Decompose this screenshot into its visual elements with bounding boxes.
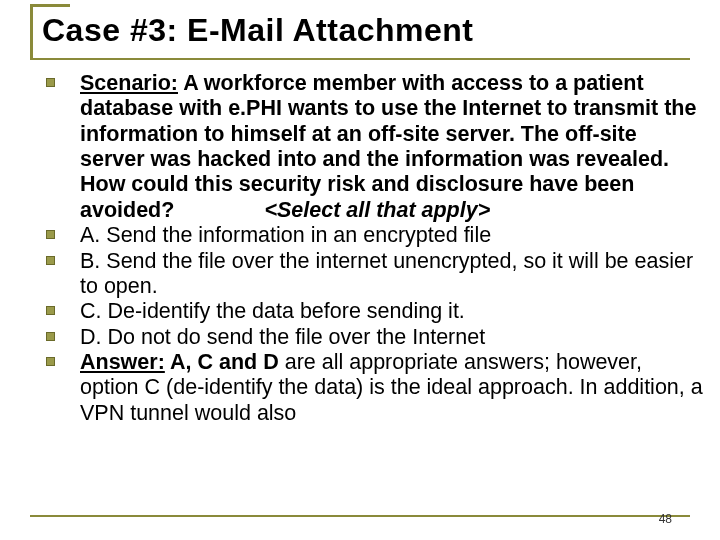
- bullet-icon: [46, 223, 80, 248]
- list-item: C. De-identify the data before sending i…: [46, 299, 706, 324]
- list-item: A. Send the information in an encrypted …: [46, 223, 706, 248]
- accent-rule-under-title: [30, 58, 690, 60]
- select-hint: <Select all that apply>: [174, 198, 490, 222]
- bullet-icon: [46, 325, 80, 350]
- slide-title: Case #3: E-Mail Attachment: [0, 0, 720, 55]
- bullet-icon: [46, 71, 80, 223]
- list-item: Scenario: A workforce member with access…: [46, 71, 706, 223]
- answer-text: Answer: A, C and D are all appropriate a…: [80, 350, 706, 426]
- answer-lead: Answer:: [80, 350, 165, 374]
- bullet-icon: [46, 249, 80, 300]
- list-item: D. Do not do send the file over the Inte…: [46, 325, 706, 350]
- accent-rule-left: [30, 4, 33, 60]
- option-d: D. Do not do send the file over the Inte…: [80, 325, 706, 350]
- list-item: B. Send the file over the internet unenc…: [46, 249, 706, 300]
- scenario-text: Scenario: A workforce member with access…: [80, 71, 706, 223]
- option-a: A. Send the information in an encrypted …: [80, 223, 706, 248]
- answer-bold: A, C and D: [165, 350, 285, 374]
- list-item: Answer: A, C and D are all appropriate a…: [46, 350, 706, 426]
- accent-rule-footer: [30, 515, 690, 517]
- bullet-icon: [46, 350, 80, 426]
- option-b: B. Send the file over the internet unenc…: [80, 249, 706, 300]
- option-c: C. De-identify the data before sending i…: [80, 299, 706, 324]
- slide-body: Scenario: A workforce member with access…: [0, 55, 720, 426]
- page-number: 48: [659, 512, 672, 526]
- accent-rule-top: [30, 4, 70, 7]
- scenario-lead: Scenario:: [80, 71, 178, 95]
- bullet-icon: [46, 299, 80, 324]
